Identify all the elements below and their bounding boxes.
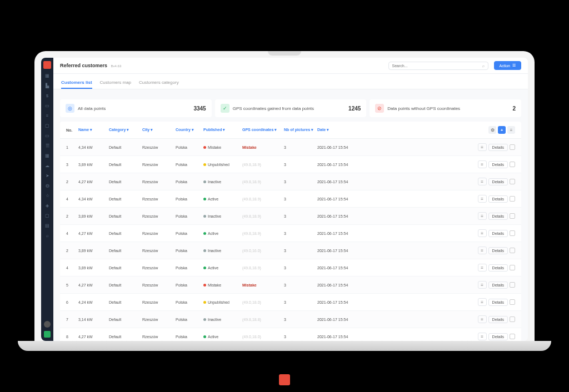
nav-chart-icon[interactable]: ▙ [44, 82, 51, 89]
user-avatar[interactable] [44, 321, 51, 328]
col-gps[interactable]: GPS coordinates ▾ [241, 127, 282, 133]
nav-folder-icon[interactable]: ▭ [44, 102, 51, 109]
cell-date: 2021-06-17 15:54 [316, 282, 360, 288]
row-menu-icon[interactable]: ≡ [478, 212, 487, 220]
nav-tag-icon[interactable]: ◈ [44, 202, 51, 209]
row-menu-icon[interactable]: ≡ [478, 178, 487, 185]
row-checkbox[interactable] [510, 196, 515, 202]
row-menu-icon[interactable]: ≡ [478, 160, 487, 168]
row-checkbox[interactable] [510, 265, 515, 270]
nav-layers-icon[interactable]: ≡ [44, 112, 51, 119]
nav-list-icon[interactable]: ☰ [44, 142, 51, 149]
details-button[interactable]: Details [488, 213, 508, 220]
table-row[interactable]: 1 4,34 kW Default Rzeszów Polska Mistake… [60, 139, 521, 156]
row-checkbox[interactable] [510, 334, 515, 339]
nav-cloud-icon[interactable]: ☁ [44, 162, 51, 169]
nav-doc-icon[interactable]: ▤ [44, 222, 51, 229]
row-checkbox[interactable] [510, 162, 515, 167]
row-menu-icon[interactable]: ≡ [478, 264, 487, 272]
tab-customers-category[interactable]: Customers category [139, 77, 179, 89]
col-country[interactable]: Country ▾ [174, 127, 202, 133]
add-button[interactable]: + [498, 126, 506, 134]
col-pictures[interactable]: Nb of pictures ▾ [282, 127, 316, 133]
row-menu-icon[interactable]: ≡ [478, 143, 487, 151]
nav-search-icon[interactable]: ⌕ [44, 232, 51, 239]
tab-customers-list[interactable]: Customers list [61, 77, 92, 89]
details-button[interactable]: Details [488, 247, 508, 254]
settings-icon[interactable]: ⚙ [488, 126, 496, 134]
search-input[interactable] [392, 64, 482, 68]
col-category[interactable]: Category ▾ [107, 127, 141, 133]
nav-monitor-icon[interactable]: ▢ [44, 212, 51, 219]
table-row[interactable]: 4 3,89 kW Default Rzeszów Polska Active … [60, 259, 521, 277]
row-checkbox[interactable] [510, 144, 515, 150]
col-date[interactable]: Date ▾ [316, 127, 360, 133]
details-button[interactable]: Details [488, 299, 508, 306]
details-button[interactable]: Details [488, 230, 508, 237]
cell-published: Inactive [202, 213, 241, 219]
row-checkbox[interactable] [510, 299, 515, 305]
cell-category: Default [107, 265, 141, 271]
table-row[interactable]: 4 4,27 kW Default Rzeszów Polska Active … [60, 225, 521, 242]
row-checkbox[interactable] [510, 179, 515, 184]
row-checkbox[interactable] [510, 248, 515, 253]
col-city[interactable]: City ▾ [141, 127, 174, 133]
table-row[interactable]: 7 3,14 kW Default Rzeszów Polska Inactiv… [60, 311, 521, 328]
cell-pictures: 3 [282, 196, 316, 202]
details-button[interactable]: Details [488, 282, 508, 289]
row-checkbox[interactable] [510, 282, 515, 288]
nav-send-icon[interactable]: ➤ [44, 172, 51, 179]
details-button[interactable]: Details [488, 178, 508, 185]
status-dot [203, 267, 206, 269]
table-row[interactable]: 2 3,89 kW Default Rzeszów Polska Inactiv… [60, 242, 521, 259]
row-checkbox[interactable] [510, 316, 515, 322]
nav-globe-icon[interactable]: ◍ [44, 182, 51, 189]
nav-dollar-icon[interactable]: $ [44, 92, 51, 99]
table-row[interactable]: 5 4,27 kW Default Rzeszów Polska Mistake… [60, 277, 521, 294]
col-actions: ⚙ + ≡ [360, 125, 517, 135]
details-button[interactable]: Details [488, 161, 508, 168]
col-name[interactable]: Name ▾ [77, 127, 107, 133]
cell-date: 2021-06-17 15:54 [316, 162, 360, 168]
nav-box-icon[interactable]: ▢ [44, 122, 51, 129]
details-button[interactable]: Details [488, 195, 508, 203]
table-row[interactable]: 3 3,89 kW Default Rzeszów Polska Unpubli… [60, 156, 521, 173]
row-menu-icon[interactable]: ≡ [478, 195, 487, 203]
details-button[interactable]: Details [488, 264, 508, 272]
cell-country: Polska [174, 265, 202, 271]
table-row[interactable]: 8 4,27 kW Default Rzeszów Polska Active … [60, 328, 521, 341]
cell-date: 2021-06-17 15:54 [316, 248, 360, 254]
cell-country: Polska [174, 230, 202, 237]
row-menu-icon[interactable]: ≡ [478, 315, 487, 323]
table-row[interactable]: 2 3,89 kW Default Rzeszów Polska Inactiv… [60, 208, 521, 225]
table-row[interactable]: 4 4,34 kW Default Rzeszów Polska Active … [60, 190, 521, 208]
row-checkbox[interactable] [510, 230, 515, 236]
row-menu-icon[interactable]: ≡ [478, 333, 487, 340]
row-menu-icon[interactable]: ≡ [478, 281, 487, 289]
tab-customers-map[interactable]: Customers map [100, 77, 131, 89]
table-row[interactable]: 6 4,24 kW Default Rzeszów Polska Unpubli… [60, 294, 521, 311]
nav-card-icon[interactable]: ▭ [44, 132, 51, 139]
row-menu-icon[interactable]: ≡ [478, 247, 487, 254]
row-menu-icon[interactable]: ≡ [478, 298, 487, 306]
cell-actions: ≡ Details [360, 211, 517, 221]
app-logo[interactable] [43, 61, 51, 69]
nav-dashboard-icon[interactable]: ▦ [44, 72, 51, 79]
stat-value: 3345 [193, 105, 206, 112]
status-dot [203, 318, 206, 321]
row-menu-icon[interactable]: ≡ [478, 229, 487, 237]
nav-star-icon[interactable]: ☆ [44, 192, 51, 199]
cell-gps: (49.0,18.0) [241, 299, 282, 305]
nav-grid-icon[interactable]: ▦ [44, 152, 51, 159]
row-checkbox[interactable] [510, 213, 515, 219]
col-published[interactable]: Published ▾ [202, 127, 241, 133]
details-button[interactable]: Details [488, 316, 508, 323]
action-button[interactable]: Action ☰ [494, 61, 521, 70]
view-list-icon[interactable]: ≡ [507, 126, 515, 134]
search-box[interactable]: ⌕ [388, 62, 488, 70]
table-body: 1 4,34 kW Default Rzeszów Polska Mistake… [60, 139, 521, 341]
status-indicator[interactable] [44, 331, 51, 338]
details-button[interactable]: Details [488, 333, 508, 340]
table-row[interactable]: 2 4,27 kW Default Rzeszów Polska Inactiv… [60, 173, 521, 190]
details-button[interactable]: Details [488, 144, 508, 151]
